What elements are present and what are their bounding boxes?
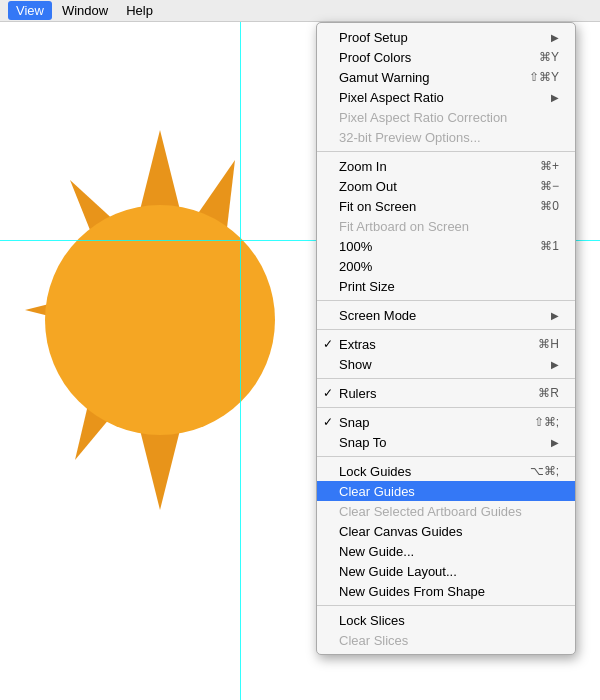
menu-item-clear-slices-label: Clear Slices xyxy=(339,633,408,648)
menu-item-gamut-warning-label: Gamut Warning xyxy=(339,70,430,85)
menu-item-clear-slices: Clear Slices xyxy=(317,630,575,650)
menu-item-proof-setup[interactable]: Proof Setup ▶ xyxy=(317,27,575,47)
menu-item-zoom-out[interactable]: Zoom Out ⌘− xyxy=(317,176,575,196)
menu-item-proof-setup-arrow: ▶ xyxy=(551,32,559,43)
menu-item-extras[interactable]: Extras ⌘H xyxy=(317,334,575,354)
menu-item-200pct[interactable]: 200% xyxy=(317,256,575,276)
sun-illustration xyxy=(0,60,320,680)
menu-item-proof-colors[interactable]: Proof Colors ⌘Y xyxy=(317,47,575,67)
menubar-help[interactable]: Help xyxy=(118,1,161,20)
menu-item-pixel-aspect-ratio-label: Pixel Aspect Ratio xyxy=(339,90,444,105)
menu-item-fit-on-screen[interactable]: Fit on Screen ⌘0 xyxy=(317,196,575,216)
separator-3 xyxy=(317,329,575,330)
menu-item-100pct[interactable]: 100% ⌘1 xyxy=(317,236,575,256)
menu-item-snap-to-arrow: ▶ xyxy=(551,437,559,448)
separator-2 xyxy=(317,300,575,301)
menu-item-rulers-label: Rulers xyxy=(339,386,377,401)
menubar-window[interactable]: Window xyxy=(54,1,116,20)
menu-item-proof-setup-label: Proof Setup xyxy=(339,30,408,45)
separator-6 xyxy=(317,456,575,457)
separator-5 xyxy=(317,407,575,408)
vertical-guide xyxy=(240,22,241,700)
menu-item-snap-to-label: Snap To xyxy=(339,435,386,450)
menu-item-new-guide[interactable]: New Guide... xyxy=(317,541,575,561)
separator-7 xyxy=(317,605,575,606)
separator-1 xyxy=(317,151,575,152)
menu-item-new-guides-from-shape-label: New Guides From Shape xyxy=(339,584,485,599)
menu-item-rulers-shortcut: ⌘R xyxy=(538,386,559,400)
menu-item-new-guide-layout[interactable]: New Guide Layout... xyxy=(317,561,575,581)
menubar: View Window Help xyxy=(0,0,600,22)
menu-item-zoom-in-shortcut: ⌘+ xyxy=(540,159,559,173)
menu-item-snap-label: Snap xyxy=(339,415,369,430)
sun-svg xyxy=(15,80,305,660)
menu-item-proof-colors-label: Proof Colors xyxy=(339,50,411,65)
menu-item-32bit-preview: 32-bit Preview Options... xyxy=(317,127,575,147)
menu-item-zoom-in[interactable]: Zoom In ⌘+ xyxy=(317,156,575,176)
menu-item-screen-mode[interactable]: Screen Mode ▶ xyxy=(317,305,575,325)
menu-item-extras-shortcut: ⌘H xyxy=(538,337,559,351)
menu-item-fit-on-screen-label: Fit on Screen xyxy=(339,199,416,214)
menu-item-clear-canvas-guides[interactable]: Clear Canvas Guides xyxy=(317,521,575,541)
menu-item-screen-mode-arrow: ▶ xyxy=(551,310,559,321)
menu-item-snap-to[interactable]: Snap To ▶ xyxy=(317,432,575,452)
menu-item-print-size[interactable]: Print Size xyxy=(317,276,575,296)
svg-marker-0 xyxy=(140,130,180,210)
menu-item-pixel-aspect-ratio-correction-label: Pixel Aspect Ratio Correction xyxy=(339,110,507,125)
menu-item-pixel-aspect-ratio-arrow: ▶ xyxy=(551,92,559,103)
menu-item-fit-artboard: Fit Artboard on Screen xyxy=(317,216,575,236)
menu-item-lock-guides-shortcut: ⌥⌘; xyxy=(530,464,559,478)
menu-item-new-guide-layout-label: New Guide Layout... xyxy=(339,564,457,579)
menu-item-clear-selected-artboard-guides-label: Clear Selected Artboard Guides xyxy=(339,504,522,519)
menu-item-new-guide-label: New Guide... xyxy=(339,544,414,559)
view-dropdown-menu: Proof Setup ▶ Proof Colors ⌘Y Gamut Warn… xyxy=(316,22,576,655)
menu-item-show[interactable]: Show ▶ xyxy=(317,354,575,374)
separator-4 xyxy=(317,378,575,379)
menu-item-screen-mode-label: Screen Mode xyxy=(339,308,416,323)
menu-item-snap[interactable]: Snap ⇧⌘; xyxy=(317,412,575,432)
menu-item-lock-slices-label: Lock Slices xyxy=(339,613,405,628)
menu-item-pixel-aspect-ratio-correction: Pixel Aspect Ratio Correction xyxy=(317,107,575,127)
menu-item-proof-colors-shortcut: ⌘Y xyxy=(539,50,559,64)
menu-item-pixel-aspect-ratio[interactable]: Pixel Aspect Ratio ▶ xyxy=(317,87,575,107)
menu-item-zoom-in-label: Zoom In xyxy=(339,159,387,174)
menu-item-clear-selected-artboard-guides: Clear Selected Artboard Guides xyxy=(317,501,575,521)
menu-item-clear-canvas-guides-label: Clear Canvas Guides xyxy=(339,524,463,539)
svg-marker-3 xyxy=(140,430,180,510)
menu-item-gamut-warning-shortcut: ⇧⌘Y xyxy=(529,70,559,84)
menu-item-rulers[interactable]: Rulers ⌘R xyxy=(317,383,575,403)
menu-item-gamut-warning[interactable]: Gamut Warning ⇧⌘Y xyxy=(317,67,575,87)
menu-item-clear-guides-label: Clear Guides xyxy=(339,484,415,499)
menu-item-32bit-preview-label: 32-bit Preview Options... xyxy=(339,130,481,145)
menu-item-fit-artboard-label: Fit Artboard on Screen xyxy=(339,219,469,234)
menubar-view[interactable]: View xyxy=(8,1,52,20)
menu-item-print-size-label: Print Size xyxy=(339,279,395,294)
menu-item-lock-guides[interactable]: Lock Guides ⌥⌘; xyxy=(317,461,575,481)
menu-item-lock-guides-label: Lock Guides xyxy=(339,464,411,479)
menu-item-200pct-label: 200% xyxy=(339,259,372,274)
menu-item-zoom-out-shortcut: ⌘− xyxy=(540,179,559,193)
menu-item-zoom-out-label: Zoom Out xyxy=(339,179,397,194)
menu-item-extras-label: Extras xyxy=(339,337,376,352)
menu-item-100pct-label: 100% xyxy=(339,239,372,254)
menu-item-new-guides-from-shape[interactable]: New Guides From Shape xyxy=(317,581,575,601)
menu-item-fit-on-screen-shortcut: ⌘0 xyxy=(540,199,559,213)
menu-item-snap-shortcut: ⇧⌘; xyxy=(534,415,559,429)
menu-item-lock-slices[interactable]: Lock Slices xyxy=(317,610,575,630)
menu-item-show-arrow: ▶ xyxy=(551,359,559,370)
menu-item-clear-guides[interactable]: Clear Guides xyxy=(317,481,575,501)
menu-item-100pct-shortcut: ⌘1 xyxy=(540,239,559,253)
menu-item-show-label: Show xyxy=(339,357,372,372)
